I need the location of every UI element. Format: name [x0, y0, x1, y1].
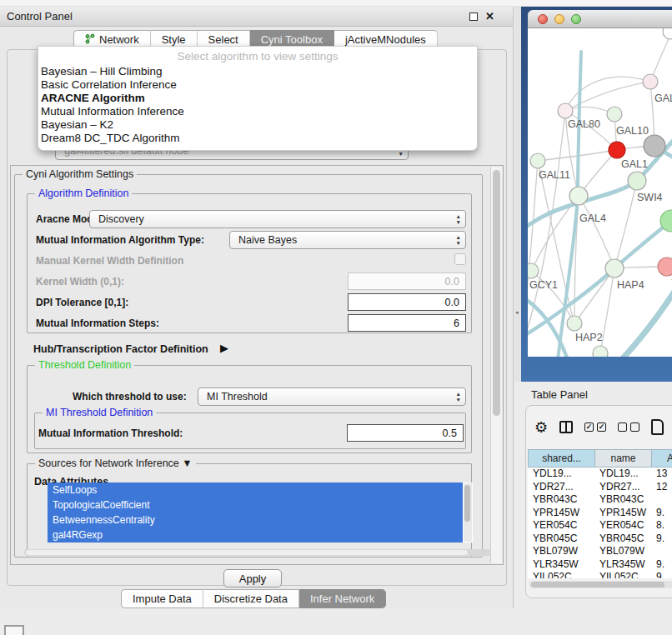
network-canvas[interactable]: GALGAL80GAL10GAL1GAL11SWI4GAL4GCY1HAP4YH… [528, 28, 672, 357]
expand-right-icon[interactable]: ▶ [220, 342, 228, 354]
gear-icon[interactable]: ⚙ [534, 420, 548, 435]
list-item-topologicalcoefficient[interactable]: TopologicalCoefficient [48, 498, 463, 512]
document-icon[interactable] [651, 419, 664, 435]
group-title: Sources for Network Inference ▼ [35, 458, 196, 469]
select-all-icon[interactable]: ✓✓ [584, 422, 606, 432]
network-edge[interactable] [614, 181, 637, 268]
table-row[interactable]: YDL19...YDL19...13 [528, 468, 672, 481]
tab-label: Cyni Toolbox [261, 33, 323, 46]
tab-infer-network[interactable]: Infer Network [299, 589, 386, 608]
table-horizontal-scrollbar[interactable] [529, 581, 672, 588]
scrollbar-thumb[interactable] [531, 582, 664, 588]
manual-kernel-checkbox[interactable] [454, 253, 466, 265]
hub-section-label[interactable]: Hub/Transcription Factor Definition [33, 343, 208, 355]
column-header-name[interactable]: name [594, 449, 651, 468]
threshold-definition-group: Threshold Definition Which threshold to … [27, 365, 472, 453]
minimized-panel-icon[interactable] [4, 625, 24, 635]
list-scrollbar[interactable] [464, 483, 472, 542]
network-window-titlebar[interactable] [528, 10, 672, 28]
group-title: Algorithm Definition [35, 188, 132, 199]
algorithm-dropdown-placeholder: Select algorithm to view settings [38, 47, 477, 65]
data-attributes-list[interactable]: SelfLoopsTopologicalCoefficientBetweenne… [48, 482, 473, 542]
network-node[interactable] [663, 28, 672, 39]
table-cell [651, 545, 672, 558]
network-node[interactable] [644, 135, 665, 157]
table-cell: 9. [651, 532, 672, 546]
table-row[interactable]: YIL052CYIL052C9. [528, 571, 672, 578]
close-traffic-light[interactable] [538, 14, 548, 24]
algorithm-option-dream8-dc-tdc-algorithm[interactable]: Dream8 DC_TDC Algorithm [38, 132, 477, 145]
table-row[interactable]: YBR043CYBR043C [528, 493, 672, 507]
zoom-traffic-light[interactable] [571, 14, 581, 24]
vertical-scrollbar[interactable] [490, 167, 502, 563]
table-cell: YPR145W [528, 507, 594, 520]
mi-algorithm-type-combo[interactable]: Naive Bayes ▲▼ [229, 231, 466, 249]
float-panel-icon[interactable] [469, 12, 478, 21]
table-row[interactable]: YLR345WYLR345W9. [528, 558, 672, 572]
divider-handle-icon[interactable]: ◂ [515, 309, 519, 316]
network-window[interactable]: GALGAL80GAL10GAL1GAL11SWI4GAL4GCY1HAP4YH… [528, 10, 672, 357]
network-node[interactable] [528, 263, 539, 278]
tab-label: Select [208, 33, 238, 46]
minimize-traffic-light[interactable] [554, 14, 564, 24]
table-row[interactable]: YPR145WYPR145W9. [528, 507, 672, 520]
scrollbar-thumb[interactable] [464, 485, 470, 522]
table-cell: YPR145W [594, 507, 651, 520]
split-pane-icon[interactable] [559, 421, 573, 433]
network-node[interactable] [569, 187, 588, 205]
kernel-width-field[interactable] [348, 272, 466, 290]
dpi-tolerance-field[interactable] [348, 293, 466, 311]
table-rows: YDL19...YDL19...13YDR27...YDR27...12YBR0… [528, 468, 672, 578]
table-cell: 9. [651, 558, 672, 572]
table-row[interactable]: YBR045CYBR045C9. [528, 532, 672, 546]
split-divider[interactable]: ◂ [514, 7, 521, 382]
tab-label: Discretize Data [214, 592, 288, 605]
list-item-betweennesscentrality[interactable]: BetweennessCentrality [48, 512, 463, 528]
column-header-shared[interactable]: shared... [528, 449, 594, 468]
scrollbar-thumb[interactable] [493, 170, 500, 416]
algorithm-option-bayesian-hill-climbing[interactable]: Bayesian – Hill Climbing [38, 65, 477, 78]
scrollbar-thumb[interactable] [26, 550, 468, 555]
network-node[interactable] [567, 316, 582, 331]
network-node[interactable] [607, 107, 622, 122]
network-edge[interactable] [579, 196, 614, 268]
column-header-a[interactable]: A [651, 449, 672, 468]
network-node[interactable] [558, 103, 573, 118]
tab-discretize-data[interactable]: Discretize Data [203, 589, 299, 608]
network-node[interactable] [530, 153, 545, 168]
algorithm-option-aracne-algorithm[interactable]: ARACNE Algorithm [38, 92, 477, 105]
mi-steps-field[interactable] [348, 314, 466, 332]
algorithm-option-bayesian-k2[interactable]: Bayesian – K2 [38, 118, 477, 132]
network-node[interactable] [609, 142, 625, 158]
apply-button[interactable]: Apply [223, 569, 282, 588]
control-panel-title: Control Panel [7, 10, 73, 22]
mi-threshold-label: Mutual Information Threshold: [38, 428, 183, 439]
table-row[interactable]: YER054CYER054C8. [528, 519, 672, 532]
algorithm-dropdown-popup: Select algorithm to view settings Bayesi… [38, 46, 478, 151]
table-row[interactable]: YDR27...YDR27...12 [528, 481, 672, 494]
algorithm-option-mutual-information-inference[interactable]: Mutual Information Inference [38, 105, 477, 118]
aracne-mode-combo[interactable]: Discovery ▲▼ [89, 210, 466, 228]
deselect-all-icon[interactable] [618, 422, 639, 432]
list-item-gal4rgexp[interactable]: gal4RGexp [48, 528, 463, 542]
dpi-tolerance-label: DPI Tolerance [0,1]: [36, 297, 128, 308]
table-cell: YER054C [528, 519, 594, 532]
tab-impute-data[interactable]: Impute Data [121, 589, 203, 608]
network-node[interactable] [658, 258, 672, 276]
algorithm-dropdown-list: Bayesian – Hill ClimbingBasic Correlatio… [38, 65, 477, 145]
mi-threshold-field[interactable] [347, 424, 464, 442]
node-label: SWI4 [637, 192, 663, 203]
table-row[interactable]: YBL079WYBL079W [528, 545, 672, 558]
stepper-icon: ▲▼ [456, 392, 461, 402]
network-node[interactable] [643, 74, 658, 89]
network-node[interactable] [593, 346, 608, 357]
list-item-selfloops[interactable]: SelfLoops [48, 482, 463, 498]
checkbox-checked-icon: ✓ [597, 422, 606, 432]
collapse-down-icon[interactable]: ▼ [182, 458, 192, 469]
close-panel-icon[interactable]: ✕ [485, 10, 494, 22]
algorithm-option-basic-correlation-inference[interactable]: Basic Correlation Inference [38, 78, 477, 92]
network-node[interactable] [628, 172, 646, 190]
which-threshold-combo[interactable]: MI Threshold ▲▼ [198, 388, 466, 406]
network-node[interactable] [605, 259, 624, 278]
horizontal-scrollbar[interactable] [24, 549, 491, 556]
